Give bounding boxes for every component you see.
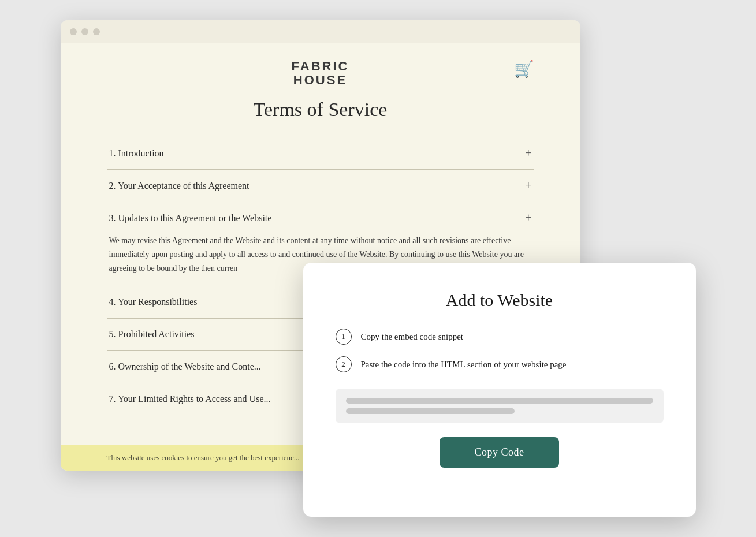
traffic-light-yellow[interactable] <box>81 28 88 35</box>
accordion-plus-1: + <box>525 147 531 160</box>
code-line-1 <box>346 398 653 404</box>
logo-line2: HOUSE <box>293 73 347 87</box>
modal-title: Add to Website <box>446 290 553 310</box>
copy-code-button[interactable]: Copy Code <box>440 437 558 468</box>
accordion-row-1[interactable]: 1. Introduction + <box>107 137 534 169</box>
accordion-item-1: 1. Introduction + <box>107 137 534 169</box>
accordion-row-3[interactable]: 3. Updates to this Agreement or the Webs… <box>107 202 534 234</box>
step-1-text: Copy the embed code snippet <box>361 332 463 342</box>
code-snippet-box <box>336 389 664 423</box>
accordion-label-3: 3. Updates to this Agreement or the Webs… <box>109 213 272 223</box>
cookie-text: This website uses cookies to ensure you … <box>107 453 300 462</box>
traffic-light-green[interactable] <box>93 28 100 35</box>
step-1-circle: 1 <box>336 329 352 345</box>
accordion-label-1: 1. Introduction <box>109 148 164 159</box>
cart-icon[interactable]: 🛒 <box>514 59 534 79</box>
accordion-label-2: 2. Your Acceptance of this Agreement <box>109 181 249 191</box>
accordion-label-6: 6. Ownership of the Website and Conte... <box>109 361 261 372</box>
accordion-label-4: 4. Your Responsibilities <box>109 297 198 307</box>
accordion-plus-2: + <box>525 179 531 192</box>
traffic-light-red[interactable] <box>70 28 77 35</box>
accordion-item-2: 2. Your Acceptance of this Agreement + <box>107 169 534 202</box>
modal-step-1: 1 Copy the embed code snippet <box>336 329 664 345</box>
logo-line1: FABRIC <box>292 59 349 73</box>
page-title: Terms of Service <box>107 99 534 121</box>
modal-step-2: 2 Paste the code into the HTML section o… <box>336 356 664 372</box>
accordion-plus-3: + <box>525 211 531 225</box>
site-logo: FABRIC HOUSE <box>292 59 349 87</box>
step-2-text: Paste the code into the HTML section of … <box>361 360 567 370</box>
accordion-label-5: 5. Prohibited Activities <box>109 329 195 340</box>
browser-titlebar <box>61 20 580 43</box>
step-2-circle: 2 <box>336 356 352 372</box>
site-header: FABRIC HOUSE 🛒 <box>107 43 534 99</box>
add-to-website-modal: Add to Website 1 Copy the embed code sni… <box>303 263 696 517</box>
code-line-2 <box>346 408 515 414</box>
accordion-row-2[interactable]: 2. Your Acceptance of this Agreement + <box>107 170 534 202</box>
accordion-label-7: 7. Your Limited Rights to Access and Use… <box>109 394 271 404</box>
